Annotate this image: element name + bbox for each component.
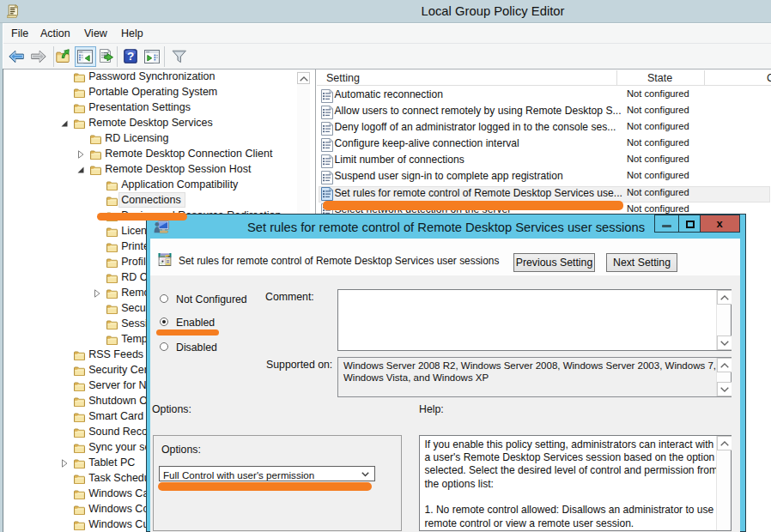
tree-item[interactable]: Connections bbox=[3, 193, 314, 209]
close-icon: x bbox=[701, 215, 738, 232]
tree-item[interactable]: Remote Desktop Connection Client bbox=[3, 147, 314, 162]
menu-action[interactable]: Action bbox=[40, 24, 70, 43]
menu-view[interactable]: View bbox=[84, 24, 107, 43]
tree-item-label: RD Licensing bbox=[105, 132, 168, 144]
help-icon[interactable]: ? bbox=[122, 48, 139, 65]
tree-item-label: Presentation Settings bbox=[88, 101, 191, 113]
help-box: If you enable this policy setting, admin… bbox=[419, 435, 732, 531]
tree-item[interactable]: Password Synchronization bbox=[3, 70, 314, 85]
tree-item[interactable]: RD Licensing bbox=[3, 131, 314, 147]
supported-on-line: Windows Vista, and Windows XP bbox=[343, 372, 716, 384]
toolbar-separator bbox=[53, 46, 54, 67]
table-row[interactable]: Automatic reconnectionNot configured bbox=[317, 88, 771, 104]
tree-item[interactable]: Remote Desktop Services bbox=[3, 116, 314, 131]
policy-setting-icon bbox=[158, 252, 172, 266]
close-button[interactable]: x bbox=[701, 215, 740, 233]
help-text: If you enable this policy setting, admin… bbox=[425, 438, 719, 531]
forward-icon[interactable] bbox=[30, 48, 47, 65]
show-console-tree-icon[interactable] bbox=[76, 48, 94, 65]
comment-scrollbar[interactable] bbox=[716, 290, 731, 350]
tree-item-label: Portable Operating System bbox=[88, 86, 217, 98]
help-text-line: 1. No remote control allowed: Disallows … bbox=[425, 504, 719, 517]
help-text-line: the options list: bbox=[425, 478, 719, 491]
column-header-setting[interactable]: Setting bbox=[326, 72, 360, 84]
help-text-line: remote control or view a remote user ses… bbox=[425, 517, 719, 530]
scroll-up-icon[interactable] bbox=[717, 358, 732, 372]
tree-item-label: Remote Desktop Session Host bbox=[105, 163, 251, 175]
toolbar-separator bbox=[117, 46, 118, 67]
previous-setting-button[interactable]: Previous Setting bbox=[513, 253, 595, 272]
comment-textbox[interactable] bbox=[337, 289, 732, 351]
tree-item[interactable]: Application Compatibility bbox=[3, 178, 314, 193]
state-cell: Not configured bbox=[627, 203, 689, 214]
radio-enabled[interactable] bbox=[160, 317, 168, 326]
tree-item-label: Application Compatibility bbox=[121, 178, 238, 190]
minimize-icon bbox=[662, 225, 671, 227]
setting-cell: Set rules for remote control of Remote D… bbox=[335, 187, 622, 199]
scroll-down-icon[interactable] bbox=[717, 336, 732, 350]
chevron-down-icon bbox=[361, 472, 369, 477]
column-header-state[interactable]: State bbox=[616, 72, 704, 84]
options-label: Options: bbox=[152, 403, 191, 415]
scroll-up-icon[interactable] bbox=[297, 72, 310, 84]
menubar: File Action View Help bbox=[3, 24, 771, 43]
supported-scrollbar[interactable] bbox=[716, 358, 731, 396]
scroll-up-icon[interactable] bbox=[717, 290, 732, 305]
help-text-line bbox=[425, 491, 719, 504]
tree-item-label: Remote Desktop Services bbox=[88, 117, 213, 129]
export-list-icon[interactable] bbox=[98, 48, 115, 65]
scroll-up-icon[interactable] bbox=[717, 436, 732, 450]
options-inner-label: Options: bbox=[161, 444, 201, 456]
up-one-level-icon[interactable] bbox=[56, 48, 73, 65]
toolbar: ? bbox=[3, 43, 771, 70]
dialog-header-strip: Set rules for remote control of Remote D… bbox=[150, 239, 740, 275]
radio-disabled[interactable] bbox=[160, 342, 168, 351]
dropdown-value: Full Control with user's permission bbox=[163, 469, 314, 481]
setting-cell: Automatic reconnection bbox=[335, 88, 443, 100]
table-row[interactable]: Suspend user sign-in to complete app reg… bbox=[317, 170, 771, 186]
tree-item[interactable]: Presentation Settings bbox=[3, 100, 314, 116]
tree-item-label: Smart Card bbox=[88, 410, 143, 422]
help-text-line: If you enable this policy setting, admin… bbox=[425, 438, 719, 451]
state-cell: Not configured bbox=[627, 88, 689, 99]
radio-not-configured[interactable] bbox=[160, 294, 168, 303]
help-text-line: selected. Select the desired level of co… bbox=[425, 464, 719, 477]
scroll-down-icon[interactable] bbox=[717, 382, 732, 396]
menu-help[interactable]: Help bbox=[121, 24, 143, 43]
tree-item[interactable]: Portable Operating System bbox=[3, 85, 314, 100]
minimize-button[interactable] bbox=[654, 215, 678, 233]
setting-cell: Limit number of connections bbox=[335, 154, 464, 166]
tree-item-label: RSS Feeds bbox=[88, 348, 143, 360]
table-row[interactable]: Allow users to connect remotely by using… bbox=[317, 104, 771, 120]
control-level-dropdown[interactable]: Full Control with user's permission bbox=[159, 466, 375, 481]
table-row[interactable]: Set rules for remote control of Remote D… bbox=[317, 186, 771, 203]
state-cell: Not configured bbox=[627, 154, 689, 164]
tree-item-label: Remote Desktop Connection Client bbox=[105, 148, 272, 160]
gpedit-titlebar: Local Group Policy Editor bbox=[0, 0, 771, 23]
radio-label-disabled: Disabled bbox=[176, 342, 217, 354]
maximize-button[interactable] bbox=[678, 215, 701, 233]
toolbar-separator bbox=[164, 46, 165, 67]
help-label: Help: bbox=[419, 403, 444, 415]
table-row[interactable]: Configure keep-alive connection interval… bbox=[317, 136, 771, 153]
show-action-pane-icon[interactable] bbox=[143, 48, 161, 65]
next-setting-button[interactable]: Next Setting bbox=[606, 253, 677, 272]
column-separator-header bbox=[704, 70, 705, 85]
state-cell: Not configured bbox=[627, 137, 689, 148]
table-row[interactable]: Limit number of connectionsNot configure… bbox=[317, 153, 771, 169]
dialog-titlebar: Set rules for remote control of Remote D… bbox=[147, 215, 745, 238]
help-text-line: a user's Remote Desktop Services session… bbox=[425, 451, 719, 464]
annotation-enabled bbox=[156, 329, 219, 336]
setting-cell: Deny logoff of an administrator logged i… bbox=[335, 121, 616, 133]
svg-text:?: ? bbox=[127, 50, 134, 63]
tree-item[interactable]: Remote Desktop Session Host bbox=[3, 162, 314, 178]
column-header-comment[interactable]: Comment bbox=[767, 72, 771, 84]
menu-file[interactable]: File bbox=[11, 24, 28, 43]
table-row[interactable]: Deny logoff of an administrator logged i… bbox=[317, 120, 771, 136]
help-scrollbar[interactable] bbox=[716, 436, 731, 530]
tree-item-label: Connections bbox=[121, 194, 181, 206]
back-icon[interactable] bbox=[8, 48, 25, 65]
setting-cell: Configure keep-alive connection interval bbox=[335, 137, 519, 149]
state-cell: Not configured bbox=[627, 187, 689, 197]
filter-icon[interactable] bbox=[171, 48, 188, 65]
